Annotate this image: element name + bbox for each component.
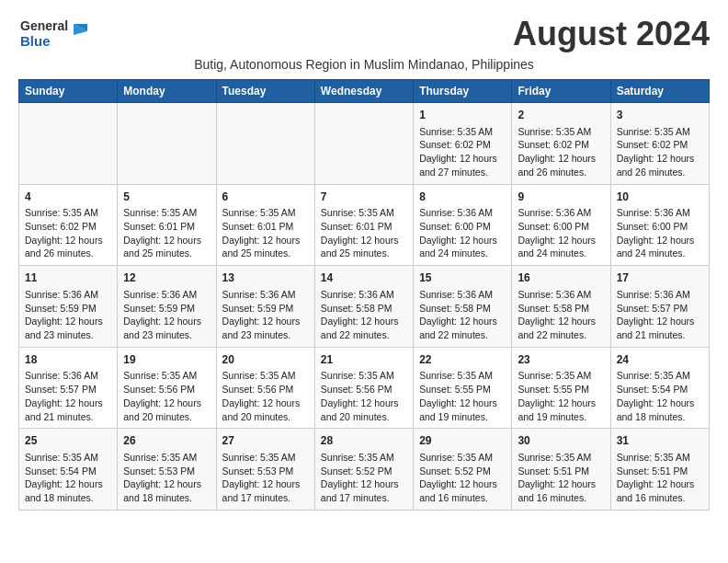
day-info: Daylight: 12 hours and 21 minutes. [617, 315, 703, 341]
day-info: Sunrise: 5:35 AM [518, 369, 604, 383]
calendar-cell [216, 103, 314, 185]
day-number: 5 [123, 190, 210, 205]
day-info: Sunrise: 5:35 AM [419, 451, 506, 465]
calendar-cell: 19Sunrise: 5:35 AMSunset: 5:56 PMDayligh… [118, 347, 216, 429]
day-info: Daylight: 12 hours and 25 minutes. [321, 234, 407, 260]
day-info: Sunset: 5:56 PM [222, 383, 309, 396]
day-info: Sunrise: 5:36 AM [321, 288, 407, 302]
calendar-cell: 18Sunrise: 5:36 AMSunset: 5:57 PMDayligh… [19, 347, 118, 429]
calendar-cell: 29Sunrise: 5:35 AMSunset: 5:52 PMDayligh… [414, 429, 512, 511]
day-info: Daylight: 12 hours and 19 minutes. [419, 396, 506, 423]
calendar-table: SundayMondayTuesdayWednesdayThursdayFrid… [18, 79, 710, 511]
day-info: Sunrise: 5:36 AM [222, 288, 309, 302]
logo: GeneralBlue [18, 15, 92, 52]
week-row-3: 11Sunrise: 5:36 AMSunset: 5:59 PMDayligh… [19, 266, 710, 348]
calendar-cell: 17Sunrise: 5:36 AMSunset: 5:57 PMDayligh… [610, 266, 709, 348]
day-info: Sunrise: 5:35 AM [25, 206, 111, 220]
calendar-cell: 22Sunrise: 5:35 AMSunset: 5:55 PMDayligh… [414, 347, 512, 429]
day-number: 19 [123, 352, 210, 368]
day-info: Sunset: 5:59 PM [25, 302, 111, 316]
day-info: Sunset: 6:02 PM [419, 138, 506, 152]
day-info: Daylight: 12 hours and 20 minutes. [222, 396, 309, 423]
calendar-cell: 10Sunrise: 5:36 AMSunset: 6:00 PMDayligh… [610, 184, 709, 266]
day-info: Daylight: 12 hours and 17 minutes. [222, 477, 309, 504]
day-number: 16 [518, 270, 604, 286]
calendar-cell: 27Sunrise: 5:35 AMSunset: 5:53 PMDayligh… [216, 429, 314, 511]
day-info: Daylight: 12 hours and 17 minutes. [321, 477, 407, 504]
day-info: Sunset: 5:55 PM [518, 383, 604, 396]
calendar-cell: 26Sunrise: 5:35 AMSunset: 5:53 PMDayligh… [118, 429, 216, 511]
day-info: Sunrise: 5:36 AM [25, 288, 111, 302]
day-info: Sunrise: 5:35 AM [222, 369, 309, 383]
day-info: Sunset: 5:56 PM [321, 383, 407, 396]
day-info: Sunset: 5:59 PM [123, 302, 210, 316]
day-info: Daylight: 12 hours and 23 minutes. [25, 315, 111, 341]
day-info: Sunrise: 5:35 AM [321, 451, 407, 465]
day-info: Daylight: 12 hours and 22 minutes. [321, 315, 407, 341]
weekday-header-tuesday: Tuesday [216, 80, 314, 103]
day-number: 4 [25, 190, 111, 205]
day-number: 21 [321, 352, 407, 368]
weekday-header-row: SundayMondayTuesdayWednesdayThursdayFrid… [19, 80, 710, 103]
day-info: Sunrise: 5:35 AM [419, 125, 506, 139]
day-info: Sunset: 5:53 PM [123, 465, 210, 478]
day-info: Sunset: 5:58 PM [321, 302, 407, 316]
day-info: Daylight: 12 hours and 25 minutes. [123, 234, 210, 260]
day-number: 26 [123, 433, 210, 449]
day-info: Sunrise: 5:35 AM [518, 125, 604, 139]
day-info: Daylight: 12 hours and 27 minutes. [419, 152, 506, 178]
day-info: Sunset: 5:54 PM [25, 465, 111, 478]
day-number: 30 [518, 433, 604, 449]
day-info: Daylight: 12 hours and 18 minutes. [123, 477, 210, 504]
day-info: Sunrise: 5:35 AM [321, 369, 407, 383]
day-info: Daylight: 12 hours and 18 minutes. [617, 396, 703, 423]
day-number: 18 [25, 352, 111, 368]
day-number: 27 [222, 433, 309, 449]
calendar-cell: 30Sunrise: 5:35 AMSunset: 5:51 PMDayligh… [512, 429, 610, 511]
day-info: Sunset: 6:00 PM [419, 220, 506, 234]
calendar-cell: 15Sunrise: 5:36 AMSunset: 5:58 PMDayligh… [414, 266, 512, 348]
day-info: Sunrise: 5:35 AM [123, 206, 210, 220]
day-info: Daylight: 12 hours and 18 minutes. [25, 477, 111, 504]
day-number: 24 [617, 352, 703, 368]
day-info: Sunrise: 5:35 AM [617, 369, 703, 383]
calendar-cell: 4Sunrise: 5:35 AMSunset: 6:02 PMDaylight… [19, 184, 118, 266]
day-info: Daylight: 12 hours and 24 minutes. [518, 234, 604, 260]
calendar-cell: 2Sunrise: 5:35 AMSunset: 6:02 PMDaylight… [512, 103, 610, 185]
day-number: 9 [518, 190, 604, 205]
week-row-1: 1Sunrise: 5:35 AMSunset: 6:02 PMDaylight… [19, 103, 710, 185]
calendar-cell: 9Sunrise: 5:36 AMSunset: 6:00 PMDaylight… [512, 184, 610, 266]
day-info: Sunrise: 5:35 AM [222, 206, 309, 220]
day-info: Sunrise: 5:36 AM [518, 288, 604, 302]
calendar-cell: 5Sunrise: 5:35 AMSunset: 6:01 PMDaylight… [118, 184, 216, 266]
day-number: 12 [123, 270, 210, 286]
calendar-cell [314, 103, 413, 185]
day-info: Daylight: 12 hours and 23 minutes. [123, 315, 210, 341]
week-row-5: 25Sunrise: 5:35 AMSunset: 5:54 PMDayligh… [19, 429, 710, 511]
day-info: Sunset: 5:58 PM [518, 302, 604, 316]
weekday-header-friday: Friday [512, 80, 610, 103]
day-number: 31 [617, 433, 703, 449]
day-number: 22 [419, 352, 506, 368]
day-info: Sunset: 6:00 PM [617, 220, 703, 234]
calendar-cell: 23Sunrise: 5:35 AMSunset: 5:55 PMDayligh… [512, 347, 610, 429]
calendar-cell: 7Sunrise: 5:35 AMSunset: 6:01 PMDaylight… [314, 184, 413, 266]
day-number: 3 [617, 108, 703, 123]
calendar-cell: 13Sunrise: 5:36 AMSunset: 5:59 PMDayligh… [216, 266, 314, 348]
week-row-4: 18Sunrise: 5:36 AMSunset: 5:57 PMDayligh… [19, 347, 710, 429]
day-info: Sunset: 5:56 PM [123, 383, 210, 396]
day-info: Sunrise: 5:36 AM [123, 288, 210, 302]
day-info: Daylight: 12 hours and 16 minutes. [518, 477, 604, 504]
day-info: Sunset: 5:54 PM [617, 383, 703, 396]
day-info: Daylight: 12 hours and 22 minutes. [419, 315, 506, 341]
svg-text:Blue: Blue [20, 33, 51, 49]
logo-svg: GeneralBlue [18, 15, 92, 52]
calendar-cell: 24Sunrise: 5:35 AMSunset: 5:54 PMDayligh… [610, 347, 709, 429]
day-info: Sunset: 5:52 PM [321, 465, 407, 478]
calendar-cell: 20Sunrise: 5:35 AMSunset: 5:56 PMDayligh… [216, 347, 314, 429]
day-info: Sunrise: 5:35 AM [222, 451, 309, 465]
day-number: 28 [321, 433, 407, 449]
day-info: Sunset: 5:52 PM [419, 465, 506, 478]
day-info: Sunset: 5:57 PM [25, 383, 111, 396]
week-row-2: 4Sunrise: 5:35 AMSunset: 6:02 PMDaylight… [19, 184, 710, 266]
